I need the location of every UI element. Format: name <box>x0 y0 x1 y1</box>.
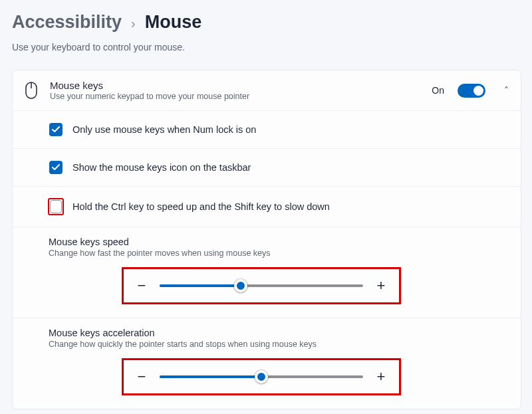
acceleration-slider-fill <box>160 375 261 378</box>
mouse-keys-speed-section: Mouse keys speed Change how fast the poi… <box>13 227 521 318</box>
toggle-state-label: On <box>432 85 444 96</box>
page-subtitle: Use your keyboard to control your mouse. <box>12 42 521 52</box>
acceleration-title: Mouse keys acceleration <box>49 328 509 338</box>
option-ctrl-shift[interactable]: Hold the Ctrl key to speed up and the Sh… <box>13 187 521 227</box>
speed-title: Mouse keys speed <box>49 237 509 247</box>
acceleration-increase-button[interactable]: + <box>375 369 387 384</box>
breadcrumb-current: Mouse <box>145 12 202 33</box>
checkbox-ctrl-shift[interactable] <box>50 200 62 213</box>
speed-decrease-button[interactable]: − <box>136 278 148 293</box>
speed-slider[interactable] <box>160 284 363 287</box>
option-num-lock[interactable]: Only use mouse keys when Num lock is on <box>13 111 521 148</box>
checkbox-num-lock[interactable] <box>49 123 63 136</box>
breadcrumb: Accessibility › Mouse <box>12 12 521 33</box>
chevron-right-icon: › <box>131 16 136 31</box>
option-num-lock-label: Only use mouse keys when Num lock is on <box>72 124 256 135</box>
speed-slider-container: − + <box>122 267 401 304</box>
mouse-icon <box>22 82 41 99</box>
checkbox-taskbar-icon[interactable] <box>49 161 63 174</box>
mouse-keys-subtitle: Use your numeric keypad to move your mou… <box>50 92 422 101</box>
speed-subtitle: Change how fast the pointer moves when u… <box>49 249 509 258</box>
speed-slider-thumb[interactable] <box>234 279 247 292</box>
option-taskbar-icon-label: Show the mouse keys icon on the taskbar <box>72 162 251 173</box>
acceleration-slider-thumb[interactable] <box>255 370 268 383</box>
speed-slider-fill <box>160 284 241 287</box>
mouse-keys-header[interactable]: Mouse keys Use your numeric keypad to mo… <box>13 70 521 110</box>
acceleration-decrease-button[interactable]: − <box>136 369 148 384</box>
option-taskbar-icon[interactable]: Show the mouse keys icon on the taskbar <box>13 149 521 186</box>
settings-card: Mouse keys Use your numeric keypad to mo… <box>12 70 521 409</box>
mouse-keys-acceleration-section: Mouse keys acceleration Change how quick… <box>13 318 521 409</box>
mouse-keys-toggle[interactable] <box>458 84 485 98</box>
speed-increase-button[interactable]: + <box>375 278 387 293</box>
acceleration-subtitle: Change how quickly the pointer starts an… <box>49 340 509 349</box>
acceleration-slider[interactable] <box>160 375 363 378</box>
breadcrumb-parent[interactable]: Accessibility <box>12 12 122 33</box>
mouse-keys-title: Mouse keys <box>50 80 422 91</box>
chevron-up-icon[interactable]: ˄ <box>504 85 509 96</box>
option-ctrl-shift-label: Hold the Ctrl key to speed up and the Sh… <box>72 201 330 212</box>
acceleration-slider-container: − + <box>122 358 401 395</box>
